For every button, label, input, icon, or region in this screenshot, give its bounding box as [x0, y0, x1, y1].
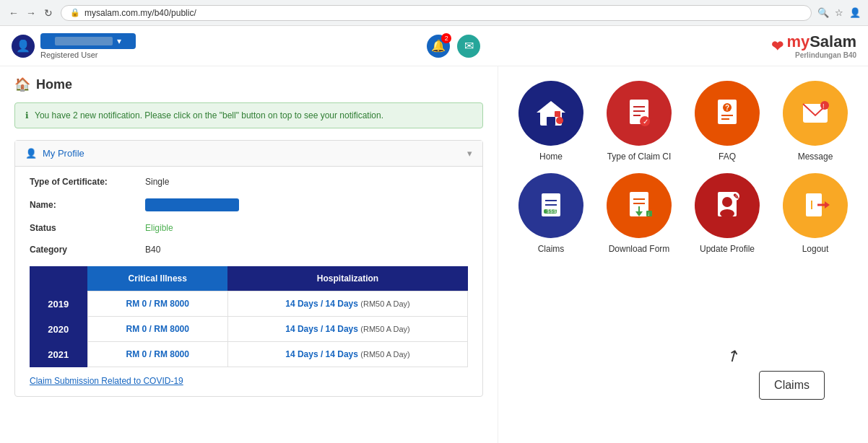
- icon-circle-message: !: [783, 81, 848, 146]
- icon-label-claims: Claims: [538, 244, 565, 254]
- cert-row: Type of Certificate: Single: [30, 177, 468, 187]
- forward-button[interactable]: →: [25, 6, 38, 19]
- heart-brand-icon: ❤: [771, 38, 784, 55]
- status-row: Status Eligible: [30, 223, 468, 233]
- svg-text:✎: ✎: [733, 193, 739, 201]
- svg-rect-2: [547, 117, 555, 126]
- icon-label-download-form: Download Form: [609, 244, 670, 254]
- year-cell: 2019: [30, 291, 87, 317]
- col-ci-header: Critical Illness: [87, 266, 227, 291]
- table-row: 2020 RM 0 / RM 8000 14 Days / 14 Days (R…: [30, 317, 468, 342]
- name-label: Name:: [30, 200, 145, 210]
- col-hosp-header: Hospitalization: [227, 266, 467, 291]
- notification-button[interactable]: 🔔 2: [427, 35, 450, 58]
- svg-text:✓: ✓: [643, 118, 648, 126]
- icon-circle-type-claim: ✓: [607, 81, 672, 146]
- ci-cell: RM 0 / RM 8000: [87, 317, 227, 342]
- icon-item-home[interactable]: Home: [513, 81, 589, 162]
- browser-chrome: ← → ↻ 🔒 mysalam.com.my/b40/public/ 🔍 ☆ 👤: [0, 0, 868, 26]
- icon-item-update-profile[interactable]: ✎ Update Profile: [689, 173, 765, 254]
- account-icon[interactable]: 👤: [849, 7, 861, 18]
- callout-arrow: ↗: [723, 344, 744, 367]
- table-row: 2019 RM 0 / RM 8000 14 Days / 14 Days (R…: [30, 291, 468, 317]
- icon-label-faq: FAQ: [719, 152, 736, 162]
- icon-item-download-form[interactable]: ↓ Download Form: [601, 173, 677, 254]
- right-panel: Home ✓ Type of Claim CI ? FAQ ! Message …: [498, 66, 868, 443]
- notification-box: ℹ You have 2 new notification. Please cl…: [14, 102, 483, 128]
- hosp-cell: 14 Days / 14 Days (RM50 A Day): [227, 317, 467, 342]
- refresh-button[interactable]: ↻: [42, 6, 55, 19]
- profile-section: 👤 My Profile ▾ Type of Certificate: Sing…: [14, 140, 483, 397]
- page-title-text: Home: [36, 77, 72, 92]
- status-label: Status: [30, 223, 145, 233]
- brand-sub: Perlindungan B40: [786, 51, 856, 59]
- callout-label: Claims: [774, 379, 810, 391]
- year-cell: 2020: [30, 317, 87, 342]
- bookmark-icon[interactable]: ☆: [835, 7, 843, 18]
- svg-text:!: !: [823, 102, 825, 110]
- svg-marker-39: [825, 201, 830, 209]
- user-avatar: 👤: [12, 35, 35, 58]
- svg-marker-1: [537, 101, 565, 113]
- profile-chevron-icon: ▾: [467, 148, 472, 159]
- ci-cell: RM 0 / RM 8000: [87, 291, 227, 317]
- dropdown-chevron: ▾: [117, 36, 121, 46]
- ci-cell: RM 0 / RM 8000: [87, 342, 227, 367]
- icon-label-logout: Logout: [802, 244, 829, 254]
- icon-circle-download-form: ↓: [607, 173, 672, 238]
- home-title-icon: 🏠: [14, 76, 30, 92]
- page-title: 🏠 Home: [14, 76, 483, 92]
- cert-value: Single: [145, 177, 169, 187]
- svg-point-18: [820, 101, 829, 110]
- benefit-table: Critical Illness Hospitalization 2019 RM…: [30, 266, 468, 367]
- icon-circle-logout: [783, 173, 848, 238]
- search-icon[interactable]: 🔍: [817, 7, 829, 18]
- hosp-cell: 14 Days / 14 Days (RM50 A Day): [227, 291, 467, 317]
- address-bar[interactable]: 🔒 mysalam.com.my/b40/public/: [61, 5, 812, 21]
- icon-item-type-claim[interactable]: ✓ Type of Claim CI: [601, 81, 677, 162]
- navbar-icons: 🔔 2 ✉: [427, 35, 480, 58]
- lock-icon: 🔒: [70, 8, 80, 17]
- notification-text: You have 2 new notification. Please clic…: [35, 110, 383, 120]
- back-button[interactable]: ←: [7, 6, 20, 19]
- category-row: Category B40: [30, 245, 468, 255]
- user-label: Registered User: [40, 51, 136, 59]
- year-cell: 2021: [30, 342, 87, 367]
- covid-link[interactable]: Claim Submission Related to COVID-19: [30, 376, 183, 386]
- icon-item-message[interactable]: ! Message: [777, 81, 854, 162]
- name-bar: [145, 198, 239, 211]
- svg-rect-3: [555, 111, 560, 117]
- icon-circle-update-profile: ✎: [695, 173, 760, 238]
- icon-circle-claims: $$$: [518, 173, 583, 238]
- name-row: Name:: [30, 198, 468, 211]
- svg-point-33: [722, 197, 732, 207]
- brand-my: my: [786, 32, 810, 51]
- mail-button[interactable]: ✉: [457, 35, 480, 58]
- browser-controls: ← → ↻: [7, 6, 55, 19]
- table-row: 2021 RM 0 / RM 8000 14 Days / 14 Days (R…: [30, 342, 468, 367]
- navbar-left: 👤 ▾ Registered User: [12, 33, 136, 59]
- svg-text:?: ?: [725, 104, 729, 112]
- icons-grid: Home ✓ Type of Claim CI ? FAQ ! Message …: [513, 81, 854, 254]
- user-info: ▾ Registered User: [40, 33, 136, 59]
- icon-item-claims[interactable]: $$$ Claims: [513, 173, 589, 254]
- navbar: 👤 ▾ Registered User 🔔 2 ✉ ❤ mySalam Perl…: [0, 26, 868, 66]
- brand-salam: Salam: [810, 32, 856, 51]
- profile-user-icon: 👤: [25, 148, 37, 159]
- icon-item-logout[interactable]: Logout: [777, 173, 854, 254]
- profile-header[interactable]: 👤 My Profile ▾: [15, 141, 482, 167]
- notification-badge: 2: [441, 33, 451, 43]
- icon-label-type-claim: Type of Claim CI: [607, 152, 672, 162]
- left-panel: 🏠 Home ℹ You have 2 new notification. Pl…: [0, 66, 498, 443]
- profile-header-left: 👤 My Profile: [25, 148, 84, 159]
- category-value: B40: [145, 245, 160, 255]
- icon-label-home: Home: [539, 152, 563, 162]
- icon-item-faq[interactable]: ? FAQ: [689, 81, 765, 162]
- category-label: Category: [30, 245, 145, 255]
- user-dropdown[interactable]: ▾: [40, 33, 136, 49]
- profile-body: Type of Certificate: Single Name: Status…: [15, 167, 482, 396]
- cert-label: Type of Certificate:: [30, 177, 145, 187]
- profile-section-label: My Profile: [43, 148, 84, 159]
- icon-circle-home: [518, 81, 583, 146]
- svg-point-34: [720, 209, 734, 218]
